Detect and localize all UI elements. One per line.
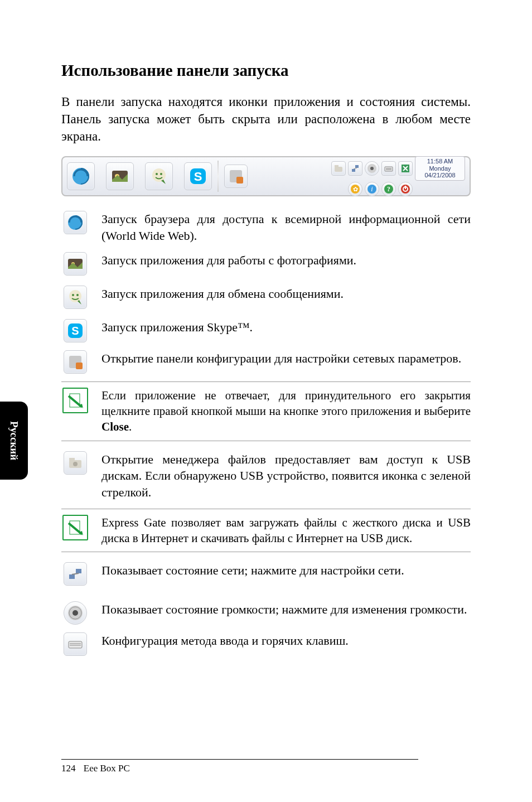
network-desc: Показывает состояние сети; нажмите для н… bbox=[101, 562, 471, 579]
clock-time: 11:58 AM bbox=[419, 158, 461, 165]
svg-point-34 bbox=[76, 294, 79, 296]
note-express-text: Express Gate позволяет вам загружать фай… bbox=[101, 515, 471, 547]
network-tray-icon bbox=[348, 161, 362, 176]
config-icon bbox=[224, 165, 248, 188]
clock-date: 04/21/2008 bbox=[419, 172, 461, 179]
section-title: Использование панели запуска bbox=[61, 61, 471, 80]
svg-point-47 bbox=[72, 610, 78, 616]
language-tray-icon bbox=[398, 161, 413, 176]
tray-orb-1: ✿ bbox=[348, 182, 362, 196]
svg-rect-11 bbox=[335, 165, 338, 167]
svg-rect-12 bbox=[352, 169, 355, 172]
keyboard-icon bbox=[64, 632, 87, 656]
svg-point-32 bbox=[69, 290, 81, 302]
volume-desc: Показывает состояние громкости; нажмите … bbox=[101, 601, 471, 618]
config-desc: Открытие панели конфигурации для настрой… bbox=[101, 350, 471, 367]
svg-rect-38 bbox=[76, 363, 83, 369]
svg-rect-9 bbox=[236, 177, 243, 183]
svg-rect-44 bbox=[69, 574, 75, 579]
browser-desc: Запуск браузера для доступа к всемирной … bbox=[101, 211, 471, 244]
svg-point-42 bbox=[73, 462, 78, 466]
svg-text:S: S bbox=[194, 170, 202, 183]
svg-point-4 bbox=[156, 173, 158, 175]
keyboard-tray-icon bbox=[381, 161, 396, 176]
network-icon bbox=[64, 562, 87, 586]
skype-desc: Запуск приложения Skype™. bbox=[101, 319, 471, 336]
volume-tray-icon bbox=[365, 161, 379, 176]
svg-rect-41 bbox=[69, 458, 75, 461]
tray-orb-info: i bbox=[365, 182, 379, 196]
svg-text:i: i bbox=[371, 185, 373, 193]
svg-rect-10 bbox=[335, 167, 342, 172]
svg-rect-45 bbox=[76, 569, 81, 573]
note-close-text: Если приложение не отвечает, для принуди… bbox=[101, 388, 471, 435]
svg-point-33 bbox=[72, 294, 74, 296]
svg-rect-49 bbox=[69, 641, 82, 648]
photo-icon bbox=[106, 162, 134, 190]
clock-day: Monday bbox=[419, 165, 461, 172]
filemgr-desc: Открытие менеджера файлов предоставляет … bbox=[101, 451, 471, 501]
filemgr-tray-icon bbox=[331, 161, 346, 176]
im-desc: Запуск приложения для обмена сообщениями… bbox=[101, 286, 471, 302]
svg-rect-13 bbox=[355, 165, 359, 168]
svg-point-5 bbox=[160, 173, 162, 175]
note-icon bbox=[62, 515, 88, 540]
skype-icon: S bbox=[184, 162, 212, 190]
page-number: 124 bbox=[61, 763, 76, 774]
skype-icon: S bbox=[64, 319, 87, 342]
launchbar-screenshot: S bbox=[61, 156, 471, 196]
photo-icon bbox=[64, 252, 87, 276]
svg-rect-16 bbox=[385, 167, 393, 171]
note-icon bbox=[62, 388, 88, 413]
svg-text:✿: ✿ bbox=[353, 186, 358, 192]
keyboard-desc: Конфигурация метода ввода и горячих клав… bbox=[101, 632, 471, 649]
filemgr-icon bbox=[64, 451, 87, 475]
svg-text:S: S bbox=[71, 325, 79, 337]
im-icon bbox=[64, 286, 87, 309]
tray-orb-power bbox=[398, 182, 413, 196]
im-icon bbox=[145, 162, 173, 190]
config-icon bbox=[64, 350, 87, 374]
clock-panel: 11:58 AM Monday 04/21/2008 bbox=[415, 156, 465, 181]
page-footer: 124 Eee Box PC bbox=[61, 759, 418, 774]
photo-desc: Запуск приложения для работы с фотографи… bbox=[101, 252, 471, 269]
product-name: Eee Box PC bbox=[84, 763, 130, 774]
document-page: Использование панели запуска В панели за… bbox=[0, 0, 532, 802]
svg-point-3 bbox=[152, 168, 166, 182]
svg-point-15 bbox=[370, 167, 374, 170]
launchbar-separator bbox=[217, 161, 219, 192]
browser-icon bbox=[64, 211, 87, 234]
svg-text:?: ? bbox=[387, 185, 390, 193]
tray-orb-help: ? bbox=[381, 182, 396, 196]
browser-icon bbox=[67, 162, 95, 190]
volume-icon bbox=[64, 601, 87, 625]
intro-paragraph: В панели запуска находятся иконки прилож… bbox=[61, 93, 471, 145]
